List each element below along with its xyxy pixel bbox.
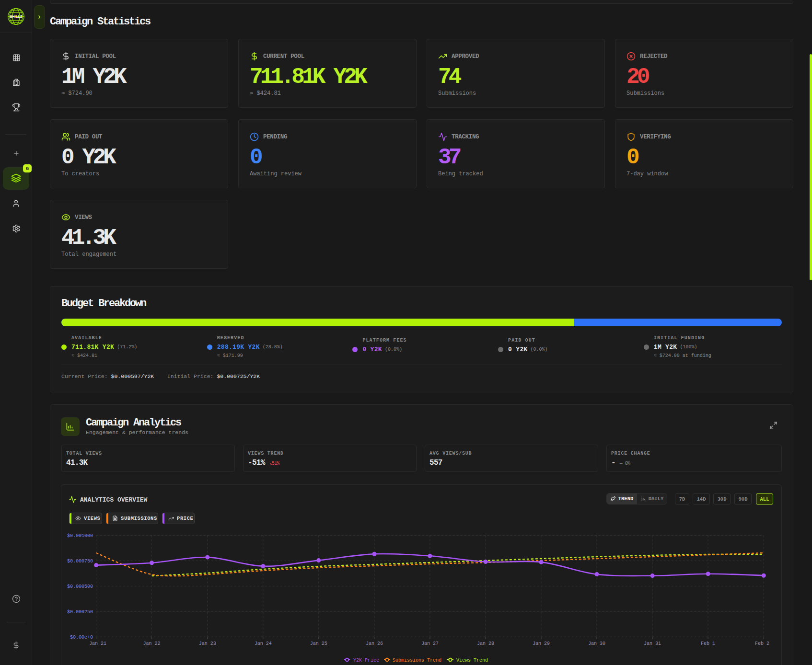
svg-text:Submissions Trend: Submissions Trend [393,658,441,663]
svg-text:$0.000500: $0.000500 [67,584,93,589]
svg-text:Y2K Price: Y2K Price [353,658,379,663]
svg-text:Jan 27: Jan 27 [421,641,439,646]
svg-text:$0.000250: $0.000250 [67,609,93,615]
svg-text:$0.000750: $0.000750 [67,559,93,564]
svg-text:Jan 22: Jan 22 [143,641,161,646]
svg-text:Jan 29: Jan 29 [533,641,550,646]
svg-text:Views Trend: Views Trend [456,658,488,663]
svg-text:Jan 24: Jan 24 [255,641,272,646]
svg-text:Jan 31: Jan 31 [644,641,661,646]
svg-text:Jan 28: Jan 28 [477,641,494,646]
svg-text:Feb 2: Feb 2 [755,641,769,646]
svg-text:$0.001000: $0.001000 [67,533,93,539]
svg-text:SHILLZ: SHILLZ [10,15,23,18]
svg-text:Jan 21: Jan 21 [89,641,106,646]
svg-text:Jan 26: Jan 26 [366,641,383,646]
svg-text:$0.00e+0: $0.00e+0 [70,635,93,640]
svg-text:Jan 25: Jan 25 [310,641,327,646]
svg-text:Jan 30: Jan 30 [588,641,605,646]
svg-text:Feb 1: Feb 1 [701,641,715,646]
svg-text:Jan 23: Jan 23 [199,641,216,646]
